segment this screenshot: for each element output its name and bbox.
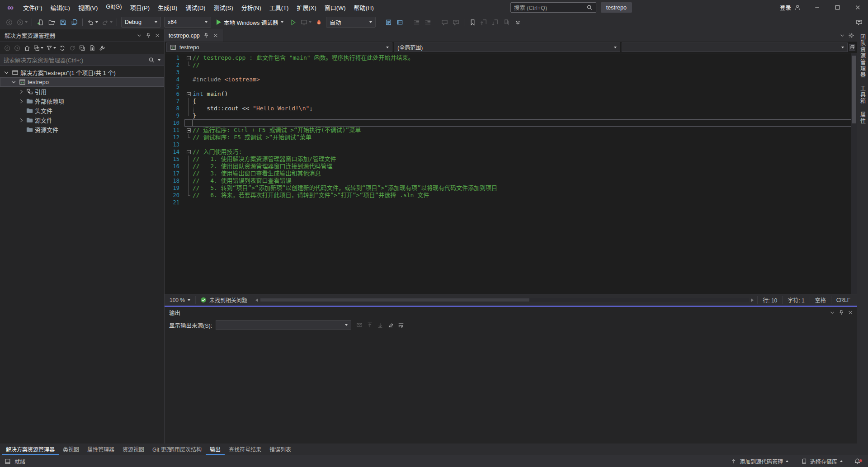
menu-item-12[interactable]: 帮助(H) — [350, 1, 378, 14]
auto-hide-tab-2[interactable]: 属性 — [859, 112, 867, 124]
scope-dropdown[interactable]: (全局范围) — [394, 42, 620, 52]
uncomment-button[interactable] — [450, 17, 461, 28]
split-editor-icon[interactable] — [849, 44, 855, 51]
properties-button[interactable] — [98, 43, 107, 53]
tree-item-1[interactable]: ++testrepo — [0, 77, 164, 87]
code-line-2[interactable]: 2// — [165, 61, 857, 69]
code-line-10[interactable]: 10 — [165, 119, 857, 127]
output-header[interactable]: 输出 — [165, 307, 857, 318]
quick-search-box[interactable]: 搜索 (Ctrl+Q) — [510, 2, 596, 13]
bookmark-button[interactable] — [467, 17, 478, 28]
output-source-dropdown[interactable] — [216, 320, 351, 330]
bookmark-list-button[interactable] — [501, 17, 512, 28]
auto-hide-tab-1[interactable]: 工具箱 — [859, 85, 867, 104]
show-all-files-button[interactable] — [88, 43, 97, 53]
menu-item-0[interactable]: 文件(F) — [19, 1, 47, 14]
word-wrap-button[interactable] — [396, 320, 406, 330]
sync-active-button[interactable] — [58, 43, 67, 53]
start-without-debug-button[interactable] — [288, 17, 298, 28]
expand-arrow-icon[interactable] — [17, 100, 24, 103]
menu-item-8[interactable]: 分析(N) — [237, 1, 265, 14]
redo-button[interactable] — [100, 17, 114, 28]
close-icon[interactable] — [154, 33, 160, 39]
tree-item-0[interactable]: 解决方案"testrepo"(1 个项目/共 1 个) — [0, 68, 164, 77]
tree-item-5[interactable]: 源文件 — [0, 115, 164, 125]
goto-prev-button[interactable] — [365, 320, 374, 330]
line-indicator[interactable]: 行: 10 — [757, 296, 782, 304]
editor-vertical-scrollbar[interactable] — [851, 53, 857, 294]
menu-item-7[interactable]: 测试(S) — [209, 1, 237, 14]
bookmark-next-button[interactable] — [490, 17, 500, 28]
clear-all-button[interactable] — [386, 320, 395, 330]
editor-horizontal-scrollbar[interactable] — [255, 298, 754, 302]
fold-collapse-icon[interactable] — [184, 148, 193, 156]
toolbar-options-button[interactable] — [512, 17, 523, 28]
hot-reload-mode-combo[interactable]: 自动 — [326, 17, 376, 28]
tree-item-3[interactable]: 外部依赖项 — [0, 96, 164, 106]
code-area[interactable]: 1// testrepo.cpp : 此文件包含 "main" 函数。程序执行将… — [165, 53, 857, 294]
save-button[interactable] — [57, 17, 68, 28]
platform-combo[interactable]: x64 — [164, 17, 211, 28]
code-line-15[interactable]: 15// 1. 使用解决方案资源管理器窗口添加/管理文件 — [165, 156, 857, 163]
left-panel-tab-1[interactable]: 类视图 — [59, 443, 83, 455]
back-button[interactable] — [3, 43, 12, 53]
background-tasks-icon[interactable] — [5, 458, 11, 464]
editor-settings-icon[interactable] — [848, 33, 854, 39]
code-map-button[interactable] — [394, 17, 405, 28]
comment-button[interactable] — [439, 17, 450, 28]
back-button[interactable] — [4, 17, 14, 28]
hot-reload-button[interactable] — [313, 17, 324, 28]
solution-explorer-header[interactable]: 解决方案资源管理器 — [0, 29, 164, 42]
menu-item-9[interactable]: 工具(T) — [265, 1, 293, 14]
solution-search-input[interactable]: 搜索解决方案资源管理器(Ctrl+;) — [0, 54, 164, 66]
project-dropdown[interactable]: ++ testrepo — [166, 42, 392, 52]
pin-icon[interactable] — [838, 310, 844, 316]
window-position-icon[interactable] — [829, 310, 835, 316]
start-debug-button[interactable]: 本地 Windows 调试器 — [213, 17, 287, 28]
menu-item-10[interactable]: 扩展(X) — [292, 1, 320, 14]
menu-item-3[interactable]: Git(G) — [102, 1, 126, 14]
sign-in-button[interactable]: 登录 — [774, 3, 807, 12]
bottom-panel-tab-3[interactable]: 错误列表 — [265, 443, 295, 455]
indent-increase-button[interactable] — [422, 17, 433, 28]
pin-tab-icon[interactable] — [203, 33, 209, 39]
menu-item-6[interactable]: 调试(D) — [181, 1, 209, 14]
scroll-left-icon[interactable] — [255, 298, 258, 302]
minimize-button[interactable] — [807, 0, 827, 15]
new-query-button[interactable] — [383, 17, 394, 28]
left-panel-tab-2[interactable]: 属性管理器 — [83, 443, 118, 455]
goto-next-button[interactable] — [376, 320, 385, 330]
fold-collapse-icon[interactable] — [184, 127, 193, 134]
indent-decrease-button[interactable] — [411, 17, 422, 28]
maximize-button[interactable] — [827, 0, 848, 15]
code-line-13[interactable]: 13 — [165, 141, 857, 148]
tree-item-2[interactable]: 引用 — [0, 87, 164, 96]
home-button[interactable] — [23, 43, 32, 53]
zoom-dropdown[interactable]: 100 % — [166, 295, 195, 305]
code-line-5[interactable]: 5 — [165, 83, 857, 90]
pending-filter-button[interactable] — [45, 43, 57, 53]
code-line-18[interactable]: 18// 4. 使用错误列表窗口查看错误 — [165, 177, 857, 184]
configuration-combo[interactable]: Debug — [121, 17, 161, 28]
code-line-7[interactable]: 7{ — [165, 98, 857, 105]
char-indicator[interactable]: 字符: 1 — [782, 296, 809, 304]
expand-arrow-icon[interactable] — [10, 81, 17, 83]
forward-button[interactable] — [15, 17, 29, 28]
code-line-16[interactable]: 16// 2. 使用团队资源管理器窗口连接到源代码管理 — [165, 163, 857, 170]
expand-arrow-icon[interactable] — [17, 90, 24, 93]
code-line-21[interactable]: 21 — [165, 199, 857, 206]
menu-item-11[interactable]: 窗口(W) — [321, 1, 350, 14]
close-tab-icon[interactable] — [212, 33, 219, 39]
undo-button[interactable] — [85, 17, 99, 28]
spaces-indicator[interactable]: 空格 — [810, 296, 831, 304]
forward-button[interactable] — [13, 43, 22, 53]
code-line-4[interactable]: 4#include <iostream> — [165, 76, 857, 83]
output-content[interactable] — [165, 332, 857, 443]
document-health-indicator[interactable]: 未找到相关问题 — [195, 296, 252, 304]
goto-message-button[interactable] — [355, 320, 364, 330]
scrollbar-thumb[interactable] — [852, 56, 856, 123]
bottom-panel-tab-0[interactable]: 调用层次结构 — [165, 443, 206, 455]
code-line-19[interactable]: 19// 5. 转到“项目”>“添加新项”以创建新的代码文件，或转到“项目”>“… — [165, 184, 857, 192]
menu-item-4[interactable]: 项目(P) — [126, 1, 154, 14]
menu-item-2[interactable]: 视图(V) — [74, 1, 102, 14]
